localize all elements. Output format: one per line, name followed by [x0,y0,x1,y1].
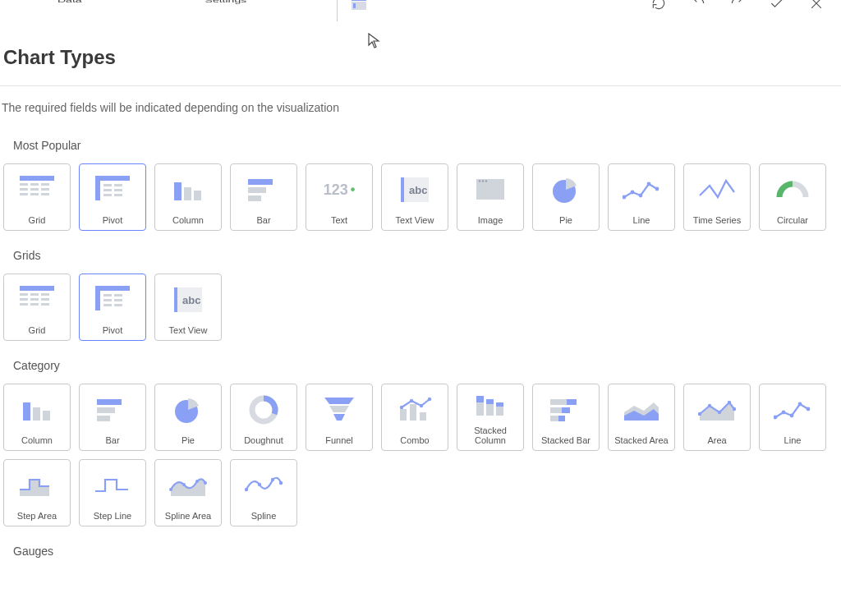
card-time-series[interactable]: Time Series [683,163,751,231]
card-spline[interactable]: Spline [230,459,297,526]
svg-rect-26 [248,195,261,201]
card-pivot[interactable]: Pivot [79,163,146,231]
svg-rect-14 [95,176,100,200]
svg-rect-80 [476,396,484,402]
pie-icon [533,164,599,215]
column-icon [4,384,70,435]
top-strip: Data Settings [0,0,841,21]
card-label: Stacked Column [457,425,523,445]
doughnut-icon [231,384,296,435]
card-label: Spline [251,511,277,521]
card-label: Time Series [693,215,741,225]
stacked-bar-icon [533,384,599,435]
card-label: Column [21,435,53,445]
svg-point-113 [279,481,283,485]
card-bar[interactable]: Bar [230,163,297,231]
svg-rect-86 [550,399,567,405]
card-label: Text [331,215,347,225]
tab-settings[interactable]: Settings [205,0,247,3]
card-column[interactable]: Column [154,163,222,231]
card-stacked-area[interactable]: Stacked Area [608,384,675,451]
svg-rect-53 [103,294,112,297]
tab-data[interactable]: Data [57,0,82,3]
card-text-view[interactable]: abc Text View [381,163,448,231]
step-line-icon [80,460,145,511]
svg-rect-3 [20,176,54,181]
svg-point-103 [798,402,802,407]
bar-icon [231,164,296,215]
card-step-line[interactable]: Step Line [79,459,146,526]
svg-rect-66 [97,407,115,413]
svg-rect-89 [562,407,570,413]
svg-rect-63 [33,407,40,421]
svg-rect-7 [20,188,28,191]
card-pie[interactable]: Pie [154,384,222,451]
card-label: Text View [169,325,208,335]
text-kpi-icon: 123 • [306,164,372,215]
svg-point-109 [204,481,207,485]
bar-icon [80,384,145,435]
step-area-icon [4,460,70,511]
svg-rect-25 [248,187,266,193]
svg-rect-17 [103,189,112,191]
card-grid[interactable]: Grid [3,163,71,231]
grid-icon [4,274,70,325]
time-series-icon [684,164,750,215]
svg-rect-64 [43,411,50,421]
text-view-icon: abc [155,274,221,325]
svg-rect-46 [30,298,39,301]
refresh-icon[interactable] [650,0,667,11]
redo-icon[interactable] [729,0,746,11]
svg-rect-12 [41,193,49,195]
svg-rect-58 [114,304,122,306]
card-step-area[interactable]: Step Area [3,459,71,526]
svg-point-97 [718,411,721,414]
svg-point-106 [169,488,172,491]
card-grid[interactable]: Grid [3,274,71,341]
card-text[interactable]: 123 • Text [306,163,373,231]
card-stacked-column[interactable]: Stacked Column [457,384,524,451]
column-icon [155,164,221,215]
combo-icon [382,384,448,435]
card-label: Stacked Bar [541,435,591,445]
svg-point-77 [410,399,413,402]
card-area[interactable]: Area [683,384,751,451]
section-category: Category [0,359,841,372]
svg-rect-67 [97,416,110,421]
card-label: Column [172,215,204,225]
svg-rect-57 [103,304,112,306]
svg-marker-72 [333,414,345,421]
card-line[interactable]: Line [608,163,675,231]
svg-rect-13 [95,176,130,181]
card-label: Line [784,435,802,445]
svg-rect-87 [567,399,577,405]
svg-rect-62 [23,402,30,421]
svg-rect-42 [20,293,28,296]
card-bar[interactable]: Bar [79,384,146,451]
svg-point-101 [782,411,786,415]
card-pie[interactable]: Pie [532,163,600,231]
svg-rect-19 [103,194,112,196]
card-image[interactable]: Image [457,163,524,231]
card-doughnut[interactable]: Doughnut [230,384,297,451]
close-icon[interactable] [808,0,825,11]
svg-rect-20 [114,194,122,196]
card-funnel[interactable]: Funnel [306,384,373,451]
card-text-view[interactable]: abc Text View [154,274,222,341]
pivot-icon [80,164,145,215]
card-spline-area[interactable]: Spline Area [154,459,222,526]
card-circular[interactable]: Circular [759,163,826,231]
card-label: Bar [105,435,119,445]
card-stacked-bar[interactable]: Stacked Bar [532,384,600,451]
svg-rect-44 [41,293,49,296]
funnel-icon [306,384,372,435]
spline-icon [231,460,296,511]
card-line[interactable]: Line [759,384,826,451]
card-column[interactable]: Column [3,384,71,451]
card-combo[interactable]: Combo [381,384,448,451]
section-grids: Grids [0,249,841,262]
undo-icon[interactable] [690,0,706,11]
card-pivot[interactable]: Pivot [79,274,146,341]
check-icon[interactable] [769,0,785,11]
card-label: Pivot [103,215,122,225]
